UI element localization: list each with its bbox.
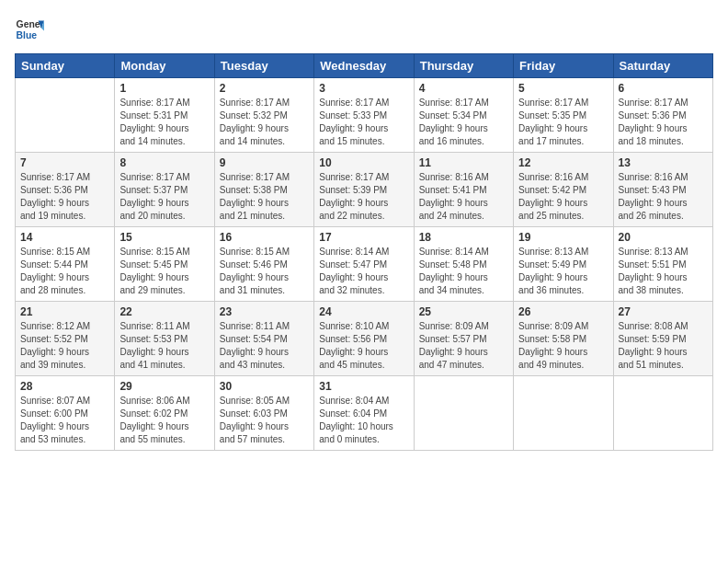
svg-text:Blue: Blue: [17, 30, 38, 40]
calendar-day-5: 5Sunrise: 8:17 AM Sunset: 5:35 PM Daylig…: [514, 78, 613, 153]
day-number: 10: [319, 156, 408, 169]
day-number: 20: [619, 231, 708, 244]
day-info: Sunrise: 8:13 AM Sunset: 5:49 PM Dayligh…: [518, 246, 608, 297]
calendar-day-18: 18Sunrise: 8:14 AM Sunset: 5:48 PM Dayli…: [414, 227, 513, 302]
day-info: Sunrise: 8:04 AM Sunset: 6:04 PM Dayligh…: [319, 395, 408, 446]
calendar-day-1: 1Sunrise: 8:17 AM Sunset: 5:31 PM Daylig…: [115, 78, 214, 153]
calendar-day-19: 19Sunrise: 8:13 AM Sunset: 5:49 PM Dayli…: [514, 227, 613, 302]
calendar-week-row: 28Sunrise: 8:07 AM Sunset: 6:00 PM Dayli…: [16, 376, 713, 451]
day-header-monday: Monday: [115, 54, 214, 78]
day-number: 31: [319, 380, 408, 393]
logo: General Blue: [15, 15, 48, 44]
day-number: 17: [319, 231, 408, 244]
day-header-thursday: Thursday: [414, 54, 513, 78]
day-info: Sunrise: 8:14 AM Sunset: 5:48 PM Dayligh…: [419, 246, 508, 297]
day-number: 19: [518, 231, 608, 244]
day-info: Sunrise: 8:17 AM Sunset: 5:34 PM Dayligh…: [419, 97, 508, 148]
calendar-day-2: 2Sunrise: 8:17 AM Sunset: 5:32 PM Daylig…: [214, 78, 313, 153]
day-header-sunday: Sunday: [16, 54, 115, 78]
day-number: 14: [20, 231, 109, 244]
day-info: Sunrise: 8:16 AM Sunset: 5:42 PM Dayligh…: [518, 171, 608, 223]
day-info: Sunrise: 8:13 AM Sunset: 5:51 PM Dayligh…: [619, 246, 708, 297]
main-container: General Blue SundayMondayTuesdayWednesda…: [0, 0, 728, 458]
day-number: 6: [619, 82, 708, 95]
day-info: Sunrise: 8:17 AM Sunset: 5:32 PM Dayligh…: [220, 97, 309, 148]
day-number: 2: [220, 82, 309, 95]
calendar-day-6: 6Sunrise: 8:17 AM Sunset: 5:36 PM Daylig…: [613, 78, 712, 153]
calendar-week-row: 1Sunrise: 8:17 AM Sunset: 5:31 PM Daylig…: [16, 78, 713, 153]
calendar-day-12: 12Sunrise: 8:16 AM Sunset: 5:42 PM Dayli…: [514, 153, 613, 227]
day-info: Sunrise: 8:17 AM Sunset: 5:37 PM Dayligh…: [119, 171, 209, 223]
day-info: Sunrise: 8:11 AM Sunset: 5:53 PM Dayligh…: [119, 320, 209, 372]
day-number: 23: [220, 305, 309, 318]
calendar-day-31: 31Sunrise: 8:04 AM Sunset: 6:04 PM Dayli…: [314, 376, 414, 451]
calendar-day-22: 22Sunrise: 8:11 AM Sunset: 5:53 PM Dayli…: [115, 302, 214, 376]
day-info: Sunrise: 8:17 AM Sunset: 5:33 PM Dayligh…: [319, 97, 408, 148]
calendar-day-3: 3Sunrise: 8:17 AM Sunset: 5:33 PM Daylig…: [314, 78, 414, 153]
day-info: Sunrise: 8:08 AM Sunset: 5:59 PM Dayligh…: [619, 320, 708, 372]
calendar-week-row: 14Sunrise: 8:15 AM Sunset: 5:44 PM Dayli…: [16, 227, 713, 302]
day-number: 21: [20, 305, 109, 318]
day-number: 16: [220, 231, 309, 244]
calendar-day-10: 10Sunrise: 8:17 AM Sunset: 5:39 PM Dayli…: [314, 153, 414, 227]
day-info: Sunrise: 8:17 AM Sunset: 5:31 PM Dayligh…: [119, 97, 209, 148]
calendar-day-24: 24Sunrise: 8:10 AM Sunset: 5:56 PM Dayli…: [314, 302, 414, 376]
day-info: Sunrise: 8:11 AM Sunset: 5:54 PM Dayligh…: [220, 320, 309, 372]
day-info: Sunrise: 8:15 AM Sunset: 5:46 PM Dayligh…: [220, 246, 309, 297]
calendar-day-30: 30Sunrise: 8:05 AM Sunset: 6:03 PM Dayli…: [214, 376, 313, 451]
calendar-empty-cell: [613, 376, 712, 451]
calendar-day-26: 26Sunrise: 8:09 AM Sunset: 5:58 PM Dayli…: [514, 302, 613, 376]
day-info: Sunrise: 8:17 AM Sunset: 5:36 PM Dayligh…: [20, 171, 109, 223]
day-info: Sunrise: 8:14 AM Sunset: 5:47 PM Dayligh…: [319, 246, 408, 297]
day-number: 27: [619, 305, 708, 318]
calendar-day-25: 25Sunrise: 8:09 AM Sunset: 5:57 PM Dayli…: [414, 302, 513, 376]
day-info: Sunrise: 8:06 AM Sunset: 6:02 PM Dayligh…: [119, 395, 209, 446]
day-number: 4: [419, 82, 508, 95]
calendar-day-21: 21Sunrise: 8:12 AM Sunset: 5:52 PM Dayli…: [16, 302, 115, 376]
calendar-table: SundayMondayTuesdayWednesdayThursdayFrid…: [15, 53, 713, 451]
day-info: Sunrise: 8:16 AM Sunset: 5:41 PM Dayligh…: [419, 171, 508, 223]
calendar-header-row: SundayMondayTuesdayWednesdayThursdayFrid…: [16, 54, 713, 78]
calendar-day-28: 28Sunrise: 8:07 AM Sunset: 6:00 PM Dayli…: [16, 376, 115, 451]
day-number: 26: [518, 305, 608, 318]
day-info: Sunrise: 8:09 AM Sunset: 5:58 PM Dayligh…: [518, 320, 608, 372]
calendar-empty-cell: [16, 78, 115, 153]
day-header-wednesday: Wednesday: [314, 54, 414, 78]
calendar-day-23: 23Sunrise: 8:11 AM Sunset: 5:54 PM Dayli…: [214, 302, 313, 376]
day-header-tuesday: Tuesday: [214, 54, 313, 78]
day-number: 25: [419, 305, 508, 318]
calendar-week-row: 7Sunrise: 8:17 AM Sunset: 5:36 PM Daylig…: [16, 153, 713, 227]
header: General Blue: [15, 15, 713, 44]
day-info: Sunrise: 8:17 AM Sunset: 5:39 PM Dayligh…: [319, 171, 408, 223]
day-number: 18: [419, 231, 508, 244]
calendar-week-row: 21Sunrise: 8:12 AM Sunset: 5:52 PM Dayli…: [16, 302, 713, 376]
calendar-empty-cell: [414, 376, 513, 451]
day-number: 7: [20, 156, 109, 169]
calendar-day-16: 16Sunrise: 8:15 AM Sunset: 5:46 PM Dayli…: [214, 227, 313, 302]
day-number: 5: [518, 82, 608, 95]
day-info: Sunrise: 8:10 AM Sunset: 5:56 PM Dayligh…: [319, 320, 408, 372]
day-info: Sunrise: 8:17 AM Sunset: 5:35 PM Dayligh…: [518, 97, 608, 148]
day-info: Sunrise: 8:07 AM Sunset: 6:00 PM Dayligh…: [20, 395, 109, 446]
day-number: 28: [20, 380, 109, 393]
calendar-day-27: 27Sunrise: 8:08 AM Sunset: 5:59 PM Dayli…: [613, 302, 712, 376]
calendar-empty-cell: [514, 376, 613, 451]
day-header-friday: Friday: [514, 54, 613, 78]
calendar-day-14: 14Sunrise: 8:15 AM Sunset: 5:44 PM Dayli…: [16, 227, 115, 302]
day-number: 24: [319, 305, 408, 318]
day-number: 11: [419, 156, 508, 169]
day-number: 29: [119, 380, 209, 393]
calendar-day-17: 17Sunrise: 8:14 AM Sunset: 5:47 PM Dayli…: [314, 227, 414, 302]
day-info: Sunrise: 8:12 AM Sunset: 5:52 PM Dayligh…: [20, 320, 109, 372]
calendar-day-7: 7Sunrise: 8:17 AM Sunset: 5:36 PM Daylig…: [16, 153, 115, 227]
calendar-day-4: 4Sunrise: 8:17 AM Sunset: 5:34 PM Daylig…: [414, 78, 513, 153]
day-number: 30: [220, 380, 309, 393]
day-info: Sunrise: 8:15 AM Sunset: 5:44 PM Dayligh…: [20, 246, 109, 297]
day-number: 8: [119, 156, 209, 169]
day-number: 22: [119, 305, 209, 318]
day-info: Sunrise: 8:15 AM Sunset: 5:45 PM Dayligh…: [119, 246, 209, 297]
day-number: 1: [119, 82, 209, 95]
day-number: 12: [518, 156, 608, 169]
day-number: 3: [319, 82, 408, 95]
calendar-day-11: 11Sunrise: 8:16 AM Sunset: 5:41 PM Dayli…: [414, 153, 513, 227]
